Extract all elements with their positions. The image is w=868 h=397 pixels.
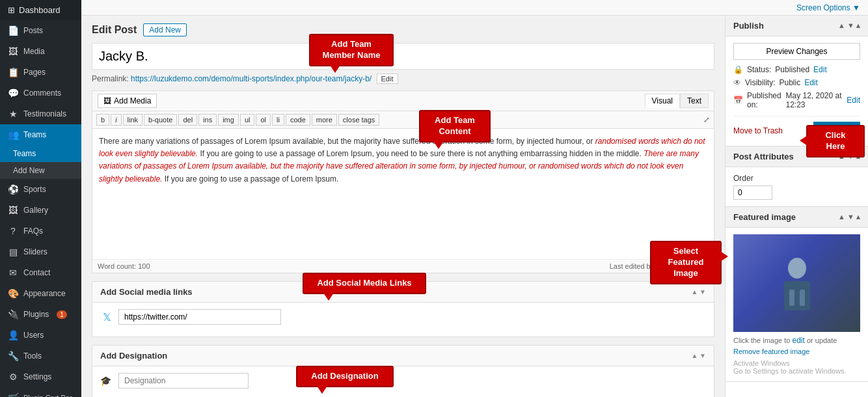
sidebar-item-plugin-cart-bar-label: Plugin Cart Bar: [23, 394, 72, 397]
remove-featured-link[interactable]: Remove featured image: [733, 348, 860, 355]
order-label: Order: [733, 174, 860, 183]
sidebar-item-testimonials[interactable]: ★ Testimonials: [0, 103, 81, 124]
status-row: 🔒 Status: Published Edit: [733, 65, 860, 74]
toolbar-del[interactable]: del: [178, 114, 197, 126]
featured-image-header: Featured image ▲ ▼ ▴: [726, 207, 868, 228]
permalink-url[interactable]: https://luzukdemo.com/demo/multi-sports/…: [131, 74, 372, 83]
editor-content[interactable]: There are many variations of passages of…: [92, 129, 714, 259]
sidebar-item-users[interactable]: 👤 Users: [0, 325, 81, 346]
toolbar-ins[interactable]: ins: [198, 114, 217, 126]
toolbar-link[interactable]: link: [123, 114, 143, 126]
sidebar: ⊞ Dashboard 📄 Posts 🖼 Media 📋 Pages 💬 Co…: [0, 0, 81, 397]
featured-image-arrows[interactable]: ▲ ▼ ▴: [838, 213, 860, 221]
visual-text-tabs: Visual Text: [645, 94, 709, 108]
toolbar-img[interactable]: img: [218, 114, 239, 126]
sidebar-item-sliders[interactable]: ▤ Sliders: [0, 241, 81, 262]
featured-image-box: Featured image ▲ ▼ ▴ Click the: [726, 207, 868, 382]
update-button[interactable]: Update: [813, 122, 860, 139]
sidebar-item-teams[interactable]: 👥 Teams: [0, 124, 81, 145]
content-area: Edit Post Add New Permalink: https://luz…: [81, 16, 868, 397]
appearance-icon: 🎨: [8, 288, 18, 299]
sidebar-item-gallery[interactable]: 🖼 Gallery: [0, 200, 81, 221]
post-title-input[interactable]: [92, 43, 714, 70]
add-new-button[interactable]: Add New: [143, 23, 187, 36]
toolbar-li[interactable]: li: [272, 114, 284, 126]
sidebar-item-settings[interactable]: ⚙ Settings: [0, 366, 81, 387]
teams-icon: 👥: [8, 130, 18, 140]
social-media-title: Add Social media links: [100, 287, 193, 297]
toolbar-bold[interactable]: b: [96, 114, 109, 126]
visual-tab[interactable]: Visual: [645, 94, 680, 108]
sidebar-subitem-teams-add[interactable]: Add New: [0, 162, 81, 179]
visibility-row: 👁 Visibility: Public Edit: [733, 78, 860, 87]
post-attributes-header: Post Attributes ▲ ▼ ▴: [726, 146, 868, 167]
permalink-edit-button[interactable]: Edit: [377, 74, 398, 84]
preview-changes-button[interactable]: Preview Changes: [733, 43, 860, 60]
main-area: Screen Options ▼ Edit Post Add New Perma…: [81, 0, 868, 397]
order-input[interactable]: [733, 185, 772, 200]
social-media-content: 𝕏: [92, 303, 714, 336]
status-value: Published: [775, 65, 809, 74]
sidebar-item-pages[interactable]: 📋 Pages: [0, 62, 81, 83]
post-attributes-arrows[interactable]: ▲ ▼ ▴: [838, 152, 860, 161]
designation-box: Add Designation ▲ ▼ 🎓: [92, 345, 714, 397]
sidebar-item-posts-label: Posts: [23, 26, 43, 35]
sliders-icon: ▤: [8, 247, 18, 257]
published-edit-link[interactable]: Edit: [847, 96, 860, 105]
status-icon: 🔒: [733, 65, 743, 74]
toolbar-italic[interactable]: i: [111, 114, 121, 126]
featured-image-preview[interactable]: [733, 234, 860, 332]
add-media-button[interactable]: 🖼 Add Media: [98, 94, 157, 108]
sidebar-item-media-label: Media: [23, 47, 45, 56]
featured-image-edit-link[interactable]: edit: [793, 336, 805, 345]
text-tab[interactable]: Text: [680, 94, 709, 108]
toolbar-close-tags[interactable]: close tags: [338, 114, 380, 126]
toolbar-more[interactable]: more: [312, 114, 337, 126]
contact-icon: ✉: [8, 267, 18, 278]
social-media-toggle[interactable]: ▲ ▼: [691, 288, 706, 295]
toolbar-ol[interactable]: ol: [256, 114, 271, 126]
status-label: Status:: [747, 65, 771, 74]
designation-toggle[interactable]: ▲ ▼: [691, 352, 706, 359]
toolbar-expand-icon[interactable]: ⤢: [703, 115, 710, 124]
publish-arrows[interactable]: ▲ ▼ ▴: [838, 21, 860, 30]
svg-rect-2: [789, 290, 794, 306]
sidebar-item-plugins[interactable]: 🔌 Plugins 1: [0, 304, 81, 325]
toolbar-bquote[interactable]: b-quote: [144, 114, 177, 126]
sidebar-item-contact-label: Contact: [23, 268, 50, 277]
designation-content: 🎓: [92, 366, 714, 397]
status-edit-link[interactable]: Edit: [813, 65, 827, 74]
published-label: Published on:: [747, 91, 781, 109]
sports-icon: ⚽: [8, 184, 18, 195]
twitter-input[interactable]: [118, 309, 281, 325]
sidebar-item-sports[interactable]: ⚽ Sports: [0, 179, 81, 200]
sidebar-item-appearance[interactable]: 🎨 Appearance: [0, 283, 81, 304]
sidebar-subitem-teams-all[interactable]: Teams: [0, 145, 81, 162]
sidebar-item-sliders-label: Sliders: [23, 247, 47, 256]
sidebar-logo-label: Dashboard: [19, 5, 61, 15]
move-to-trash-link[interactable]: Move to Trash: [733, 126, 783, 135]
plugin-cart-bar-icon: 🛒: [8, 392, 18, 397]
sidebar-subitem-teams-all-label: Teams: [13, 149, 36, 158]
editor-text: There are many variations of passages of…: [99, 135, 707, 185]
visibility-edit-link[interactable]: Edit: [804, 78, 818, 87]
toolbar-code[interactable]: code: [286, 114, 310, 126]
sidebar-item-settings-label: Settings: [23, 372, 51, 381]
sidebar-item-tools[interactable]: 🔧 Tools: [0, 346, 81, 366]
calendar-icon: 📅: [733, 96, 743, 105]
sidebar-item-contact[interactable]: ✉ Contact: [0, 262, 81, 283]
sidebar-item-comments-label: Comments: [23, 89, 61, 98]
sidebar-item-media[interactable]: 🖼 Media: [0, 41, 81, 62]
screen-options[interactable]: Screen Options ▼: [796, 3, 860, 12]
visibility-icon: 👁: [733, 78, 741, 87]
sidebar-item-plugin-cart-bar[interactable]: 🛒 Plugin Cart Bar: [0, 387, 81, 397]
toolbar-ul[interactable]: ul: [240, 114, 255, 126]
sidebar-item-faqs[interactable]: ? FAQs: [0, 221, 81, 241]
users-icon: 👤: [8, 330, 18, 340]
sidebar-item-comments[interactable]: 💬 Comments: [0, 83, 81, 103]
sidebar-logo[interactable]: ⊞ Dashboard: [0, 0, 81, 20]
publish-box-content: Preview Changes 🔒 Status: Published Edit…: [726, 36, 868, 146]
sidebar-item-posts[interactable]: 📄 Posts: [0, 20, 81, 41]
designation-input[interactable]: [118, 373, 249, 389]
editor-toolbar: b i link b-quote del ins img ul ol li co…: [92, 111, 714, 129]
